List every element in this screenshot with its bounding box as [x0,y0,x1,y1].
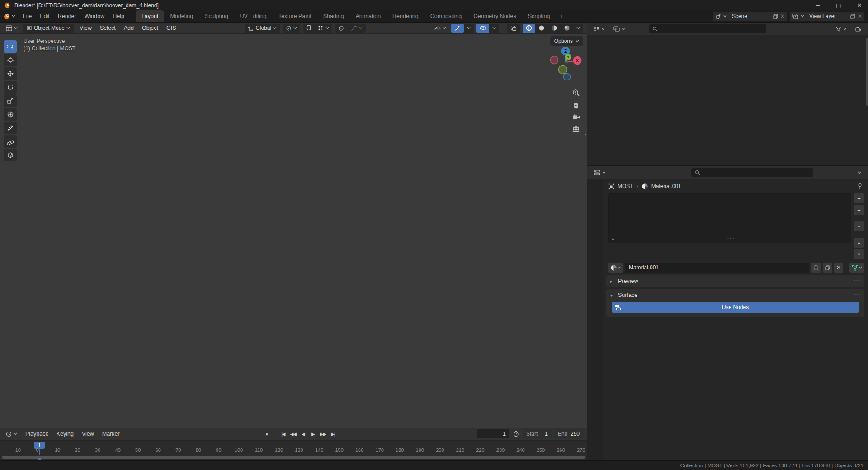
remove-slot-button[interactable]: − [854,205,864,215]
nav-zoom-button[interactable] [572,89,580,97]
shading-rendered-button[interactable] [561,24,573,33]
add-workspace-button[interactable]: + [556,10,568,22]
nav-pan-button[interactable] [572,102,580,109]
unlink-material-button[interactable]: ✕ [834,263,843,273]
shading-dropdown[interactable] [573,24,583,33]
timeline-ruler[interactable]: 1 -1001020304050607080901001101201301401… [0,440,587,455]
new-view-layer-icon[interactable] [850,14,855,19]
jump-start-button[interactable]: |◀ [278,429,288,438]
preview-panel-header[interactable]: ▸ Preview :::: [606,275,864,287]
show-overlays-toggle[interactable] [476,24,489,33]
properties-options-dropdown[interactable] [854,168,864,178]
snap-toggle[interactable] [303,24,315,33]
prev-keyframe-button[interactable]: ◀◀ [288,429,298,438]
timeline-menu-keying[interactable]: Keying [52,431,78,437]
transform-orientation-dropdown[interactable]: Global [245,24,280,33]
viewport-menu-object[interactable]: Object [138,25,162,31]
shading-material-button[interactable] [548,24,561,33]
tab-compositing[interactable]: Compositing [425,10,467,22]
tool-measure[interactable] [4,135,17,148]
tab-rendering[interactable]: Rendering [387,10,425,22]
menu-help[interactable]: Help [108,13,128,19]
breadcrumb-object[interactable]: MOST [618,183,633,189]
shading-solid-button[interactable] [535,24,548,33]
navigation-gizmo[interactable]: Z X Y [549,46,582,81]
tool-scale[interactable] [4,94,17,107]
move-slot-down-button[interactable]: ▼ [854,249,864,259]
tab-sculpting[interactable]: Sculpting [199,10,234,22]
tab-texture-paint[interactable]: Texture Paint [273,10,317,22]
panel-grip[interactable]: :::: [854,293,860,297]
overlays-dropdown[interactable] [489,24,499,33]
maximize-button[interactable]: ▢ [830,0,847,10]
properties-search-input[interactable] [691,168,813,177]
outliner-filter-button[interactable] [832,24,850,34]
tab-geometry-nodes[interactable]: Geometry Nodes [467,10,522,22]
xray-toggle[interactable] [507,24,520,33]
minimize-button[interactable]: ─ [809,0,826,10]
outliner-editor-type-button[interactable] [590,24,608,34]
play-button[interactable]: ▶ [308,429,318,438]
3d-viewport[interactable]: User Perspective (1) Collection | MOST O… [0,34,587,428]
new-scene-icon[interactable] [773,14,778,19]
new-collection-button[interactable] [852,24,865,34]
tab-modeling[interactable]: Modeling [164,10,199,22]
stopwatch-icon[interactable] [513,431,519,437]
slot-specials-dropdown[interactable] [854,221,864,231]
remove-view-layer-icon[interactable]: ✕ [858,13,862,19]
new-material-button[interactable] [823,263,832,273]
current-frame-field[interactable]: 1 [477,429,509,438]
surface-panel-header[interactable]: ▾ Surface :::: [606,289,864,301]
close-button[interactable]: ✕ [851,0,868,10]
show-gizmo-toggle[interactable] [451,24,464,33]
blender-menu-button[interactable] [0,10,19,22]
next-keyframe-button[interactable]: ▶▶ [318,429,328,438]
gizmo-dropdown[interactable] [464,24,474,33]
menu-render[interactable]: Render [54,13,80,19]
tab-layout[interactable]: Layout [136,10,165,22]
nav-camera-view-button[interactable] [572,114,580,120]
timeline-menu-playback[interactable]: Playback [21,431,52,437]
jump-end-button[interactable]: ▶| [328,429,338,438]
viewport-menu-view[interactable]: View [75,25,96,31]
outliner-display-mode-button[interactable] [610,24,628,34]
tool-cursor[interactable] [4,54,17,66]
auto-keying-toggle[interactable]: ● [262,429,272,438]
proportional-toggle[interactable] [335,24,347,33]
tool-add-cube[interactable] [4,149,17,161]
browse-material-dropdown[interactable] [608,263,623,273]
material-link-dropdown[interactable] [849,263,864,273]
material-name-field[interactable]: Material.001 [625,263,809,273]
pin-icon[interactable] [857,183,863,189]
scene-selector[interactable]: Scene ✕ [713,12,787,21]
sidebar-collapse-icon[interactable]: ‹ [585,132,586,138]
tab-shading[interactable]: Shading [317,10,350,22]
tab-scripting[interactable]: Scripting [522,10,556,22]
menu-edit[interactable]: Edit [36,13,54,19]
end-frame-field[interactable]: End 250 [554,429,583,438]
properties-editor-type-button[interactable] [591,168,609,178]
tool-select-box[interactable] [4,40,17,53]
viewport-menu-gis[interactable]: GIS [162,25,180,31]
nav-toggle-ortho-button[interactable] [572,125,580,132]
viewport-menu-select[interactable]: Select [96,25,120,31]
tool-move[interactable] [4,67,17,80]
tool-transform[interactable] [4,108,17,121]
play-reverse-button[interactable]: ◀ [298,429,308,438]
view-layer-selector[interactable]: View Layer ✕ [790,12,864,21]
timeline-scrollbar[interactable] [2,456,585,459]
snap-mode-dropdown[interactable] [315,24,332,33]
timeline-menu-view[interactable]: View [78,431,98,437]
panel-grip[interactable]: :::: [854,279,860,283]
add-slot-button[interactable]: + [854,193,864,203]
shading-wireframe-button[interactable] [523,24,535,33]
outliner-search-input[interactable] [649,24,766,33]
fake-user-toggle[interactable] [811,263,821,273]
use-nodes-button[interactable]: Use Nodes [612,302,859,313]
outliner-scrollbar[interactable] [866,38,868,106]
tab-uv-editing[interactable]: UV Editing [234,10,273,22]
unlink-scene-icon[interactable]: ✕ [780,13,785,19]
timeline-editor-type-button[interactable] [3,429,20,439]
tool-annotate[interactable] [4,122,17,134]
mode-dropdown[interactable]: Object Mode [23,24,74,33]
